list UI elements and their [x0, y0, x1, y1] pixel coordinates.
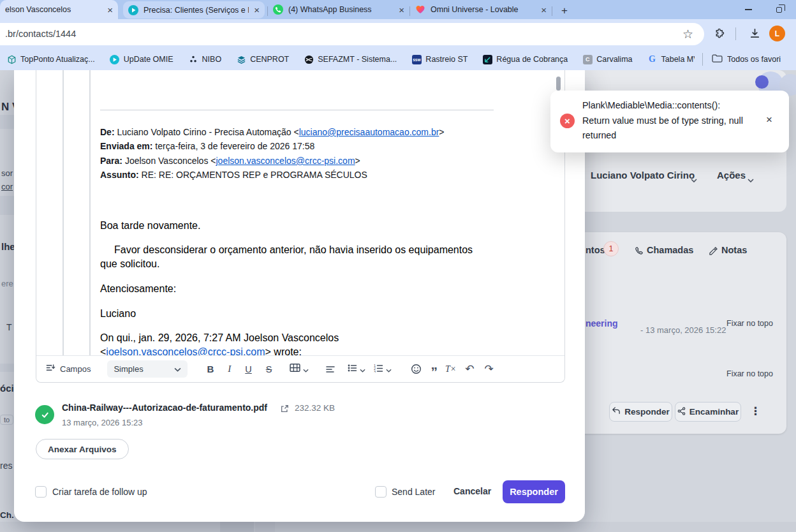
- quoted-email-divider: [100, 110, 494, 110]
- numbered-list-icon: 123: [373, 364, 383, 375]
- email-address-link[interactable]: luciano@precisaautomacao.com.br: [299, 127, 439, 137]
- whatsapp-icon: [273, 4, 283, 15]
- svg-text:3: 3: [374, 369, 376, 373]
- blockquote-button[interactable]: ”: [431, 369, 438, 375]
- email-address-link[interactable]: joelson.vasconcelos@crcc-psi.com: [216, 156, 355, 166]
- browser-tab-whatsapp[interactable]: (4) WhatsApp Business ×: [268, 0, 409, 19]
- bookmark-nibo[interactable]: NIBO: [188, 54, 222, 64]
- cancel-button[interactable]: Cancelar: [453, 486, 491, 496]
- profile-avatar[interactable]: L: [769, 26, 785, 41]
- browser-tab-precisa[interactable]: Precisa: Clientes (Serviços e NFS ×: [123, 1, 265, 18]
- forward-label: Encaminhar: [689, 407, 739, 417]
- table-button[interactable]: [290, 363, 309, 375]
- strikethrough-button[interactable]: S: [266, 364, 272, 374]
- header-label: De:: [100, 127, 115, 137]
- align-left-button[interactable]: [325, 365, 335, 374]
- undo-button[interactable]: ↶: [465, 362, 474, 376]
- bullet-list-button[interactable]: [347, 364, 365, 375]
- fields-button[interactable]: Campos: [45, 363, 91, 375]
- style-select[interactable]: Simples: [107, 360, 188, 378]
- bookmark-label: NIBO: [202, 55, 222, 64]
- page-fragment: lhe: [1, 241, 14, 252]
- tab-close-icon[interactable]: ×: [399, 5, 404, 15]
- clear-format-label: T×: [445, 364, 456, 374]
- layers-icon: [236, 54, 246, 64]
- error-message-line: Return value must be of type string, nul…: [582, 115, 743, 141]
- external-link-icon[interactable]: [280, 404, 289, 416]
- tab-title: Precisa: Clientes (Serviços e NFS: [144, 6, 249, 15]
- header-from: De: Luciano Volpato Cirino - Precisa Aut…: [100, 125, 497, 139]
- bookmark-sefazmt[interactable]: SEFAZMT - Sistema...: [304, 54, 397, 64]
- page-under-bottom: [0, 522, 796, 532]
- tab-close-icon[interactable]: ×: [107, 5, 113, 15]
- lovable-heart-icon: [415, 4, 425, 15]
- share-icon: [677, 407, 686, 417]
- bookmark-topponto[interactable]: TopPonto Atualizaç...: [6, 54, 95, 64]
- actions-dropdown[interactable]: Ações: [717, 170, 746, 181]
- browser-window: elson Vasconcelos × Precisa: Clientes (S…: [0, 0, 796, 532]
- download-icon[interactable]: [749, 27, 761, 42]
- extensions-puzzle-icon[interactable]: [714, 27, 726, 42]
- pin-to-top-link[interactable]: Fixar no topo: [726, 319, 773, 328]
- tab-notes[interactable]: Notas: [721, 245, 747, 255]
- page-fragment: ere: [1, 279, 13, 288]
- bookmark-label: SEFAZMT - Sistema...: [318, 55, 397, 64]
- header-text: Luciano Volpato Cirino - Precisa Automaç…: [115, 127, 299, 137]
- pin-to-top-link[interactable]: Fixar no topo: [726, 369, 773, 378]
- bookmark-update-omie[interactable]: UpDate OMIE: [110, 54, 173, 64]
- editor-scrollbar-thumb[interactable]: [556, 77, 561, 91]
- bookmark-rastreio[interactable]: ssw Rastreio ST: [411, 54, 468, 64]
- new-tab-button[interactable]: +: [556, 3, 573, 19]
- all-bookmarks-label: Todos os favori: [727, 55, 796, 64]
- bookmark-cenprot[interactable]: CENPROT: [236, 54, 289, 64]
- send-reply-button[interactable]: Responder: [503, 480, 565, 503]
- send-later-label: Send Later: [392, 487, 436, 497]
- bold-button[interactable]: B: [207, 364, 214, 374]
- header-text: Joelson Vasconcelos <: [122, 156, 216, 166]
- window-controls: [745, 0, 782, 19]
- bookmark-regua[interactable]: Régua de Cobrança: [482, 54, 568, 64]
- clear-format-button[interactable]: T×: [445, 364, 456, 374]
- browser-tab-lovable[interactable]: Omni Universe - Lovable ×: [410, 0, 552, 19]
- avatar-dot: [755, 75, 769, 89]
- bookmark-star-icon[interactable]: ☆: [682, 27, 693, 41]
- folder-icon: [712, 54, 723, 65]
- reply-arrow-icon: [612, 407, 621, 417]
- toast-close-icon[interactable]: ×: [766, 114, 772, 126]
- redo-button[interactable]: ↷: [484, 362, 493, 376]
- google-g-icon: G: [647, 54, 658, 64]
- tab-calls[interactable]: Chamadas: [647, 245, 693, 255]
- page-fragment: N V: [1, 101, 14, 114]
- tab-documents-fragment[interactable]: ntos: [586, 245, 605, 255]
- header-text: >: [355, 156, 360, 166]
- send-later-checkbox[interactable]: [375, 486, 387, 498]
- header-label: Para:: [100, 156, 122, 166]
- email-editor[interactable]: De: Luciano Volpato Cirino - Precisa Aut…: [36, 70, 565, 383]
- table-icon: [290, 363, 300, 375]
- header-text: RE: RE: ORÇAMENTOS REP e PROGRAMA SÉCULO…: [139, 170, 367, 180]
- more-options-icon[interactable]: ⋮: [750, 404, 761, 418]
- reply-button-secondary[interactable]: Responder: [609, 402, 672, 422]
- chevron-down-icon: [748, 174, 754, 185]
- minimize-button[interactable]: [745, 9, 752, 10]
- follow-up-checkbox[interactable]: [35, 486, 47, 498]
- url-bar[interactable]: .br/contacts/1444: [0, 23, 704, 45]
- header-subject: Assunto: RE: RE: ORÇAMENTOS REP e PROGRA…: [100, 168, 497, 182]
- forward-button[interactable]: Encaminhar: [675, 402, 741, 422]
- email-subject-link-fragment[interactable]: neering: [586, 318, 618, 329]
- emoji-button[interactable]: [411, 364, 422, 374]
- underline-button[interactable]: U: [245, 364, 251, 374]
- italic-button[interactable]: I: [228, 364, 231, 374]
- browser-tab-contact[interactable]: elson Vasconcelos ×: [0, 0, 118, 19]
- bookmark-carvalima[interactable]: C Carvalima: [582, 54, 632, 64]
- attachment-date: 13 março, 2026 15:23: [62, 418, 142, 427]
- numbered-list-button[interactable]: 123: [373, 364, 392, 375]
- attachment-filename[interactable]: China-Railway---Autorizacao-de-faturamen…: [62, 403, 267, 413]
- contact-name-dropdown[interactable]: Luciano Volpato Cirino: [591, 170, 695, 181]
- attach-files-button[interactable]: Anexar Arquivos: [36, 439, 129, 459]
- tab-close-icon[interactable]: ×: [254, 5, 260, 15]
- page-fragment: T: [6, 322, 12, 332]
- restore-button[interactable]: [776, 7, 782, 13]
- tab-close-icon[interactable]: ×: [541, 5, 547, 15]
- bookmarks-overflow[interactable]: Todos os favori: [695, 48, 796, 70]
